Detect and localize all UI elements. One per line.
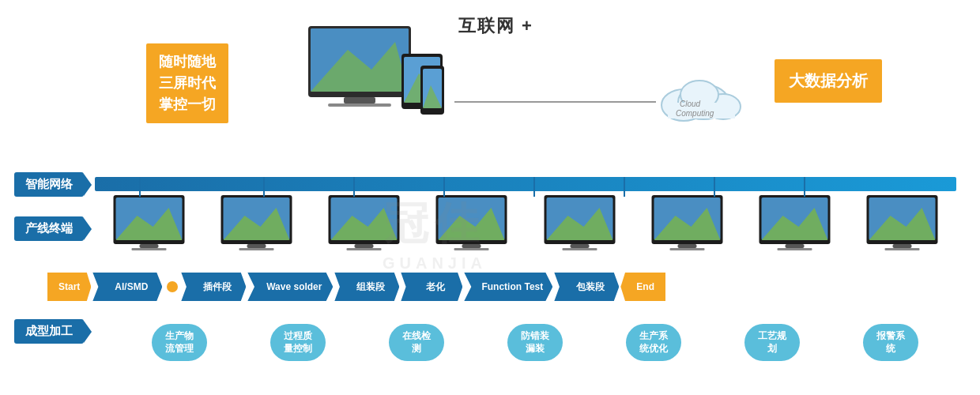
svg-rect-28 [239,248,273,250]
flow-start: Start [47,273,91,301]
connect-line [454,101,656,103]
svg-rect-42 [570,244,589,248]
oval-btn-4: 生产系 统优化 [626,324,681,361]
svg-rect-32 [355,244,374,248]
smart-network-bar [95,177,956,191]
cloud-area: Cloud Computing [648,63,751,134]
oval-btn-2: 在线检 测 [389,324,444,361]
svg-rect-57 [893,244,912,248]
svg-rect-52 [786,244,805,248]
flow-step-bzd: 包装段 [554,273,619,301]
internet-title: 互联网 + [458,14,533,38]
smart-network-label: 智能网络 [14,172,84,197]
oval-btn-1: 过程质 量控制 [270,324,326,361]
orange-line1: 随时随地 [159,51,216,73]
flow-step-laohua: 老化 [401,273,462,301]
monitor-item-6 [633,194,741,250]
ovals-row: 生产物 流管理 过程质 量控制 在线检 测 防错装 漏装 生产系 统优化 工艺规… [120,324,950,361]
oval-btn-0: 生产物 流管理 [152,324,207,361]
bigdata-box: 大数据分析 [775,59,882,103]
svg-rect-4 [344,97,375,103]
monitor-item-8 [849,194,956,250]
oval-btn-5: 工艺规 划 [744,324,800,361]
svg-rect-22 [139,244,158,248]
flow-connector-dot [167,281,178,292]
production-terminal-label: 产线终端 [14,216,84,241]
svg-text:Cloud: Cloud [680,100,701,108]
orange-line2: 三屏时代 [159,73,216,94]
svg-rect-5 [328,103,391,107]
monitor-item-1 [95,194,202,250]
svg-rect-23 [131,248,166,250]
main-container: 互联网 + 随时随地 三屏时代 掌控一切 [0,0,980,395]
monitor-item-3 [311,194,418,250]
svg-rect-53 [778,248,812,250]
svg-rect-47 [677,244,696,248]
flow-step-functest: Function Test [464,273,552,301]
molding-label: 成型加工 [14,319,84,344]
svg-rect-48 [669,248,704,250]
svg-rect-37 [462,244,481,248]
orange-text-block: 随时随地 三屏时代 掌控一切 [146,43,228,123]
svg-text:Computing: Computing [676,109,714,118]
process-flow: Start AI/SMD 插件段 Wave solder 组装段 老化 Func… [47,273,968,301]
svg-rect-43 [562,248,597,250]
monitors-row [95,194,956,250]
svg-rect-27 [247,244,266,248]
flow-step-aismd: AI/SMD [92,273,162,301]
flow-step-zzd: 组装段 [334,273,399,301]
svg-rect-33 [347,248,382,250]
flow-end: End [620,273,665,301]
monitor-item-2 [202,194,310,250]
orange-line3: 掌控一切 [159,94,216,115]
flow-step-cjd: 插件段 [181,273,246,301]
monitor-item-5 [526,194,633,250]
svg-rect-58 [885,248,920,250]
monitor-item-7 [741,194,849,250]
devices-area [285,14,458,141]
oval-btn-6: 报警系 统 [863,324,918,361]
oval-btn-3: 防错装 漏装 [507,324,563,361]
devices-svg [285,18,458,141]
flow-step-wavesolder: Wave solder [247,273,333,301]
monitor-item-4 [418,194,526,250]
svg-rect-38 [454,248,489,250]
cloud-svg: Cloud Computing [648,67,751,130]
